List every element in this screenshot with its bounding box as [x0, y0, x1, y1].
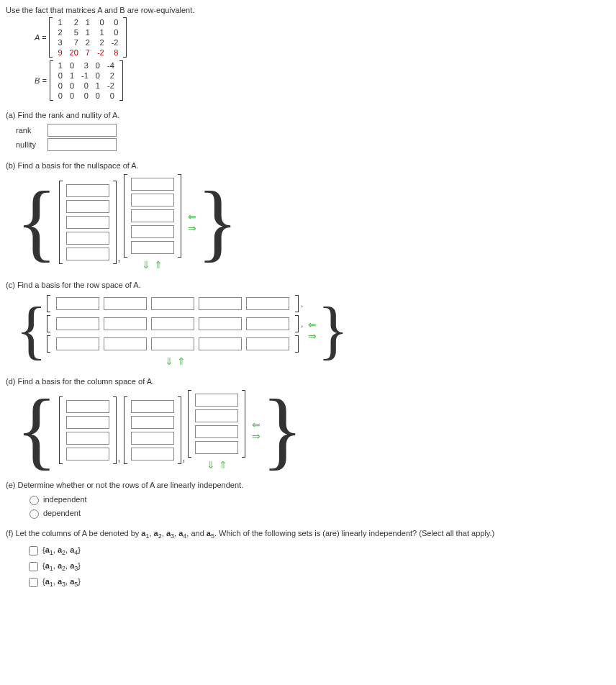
rowspace-basis-set: { , , — [16, 294, 610, 367]
c-r2-4[interactable] — [199, 317, 242, 330]
d-v2-4[interactable] — [131, 448, 174, 461]
d-v3-4[interactable] — [195, 441, 238, 454]
c-r2-1[interactable] — [56, 317, 99, 330]
f-check-1[interactable] — [29, 546, 38, 555]
part-a-question: (a) Find the rank and nullity of A. — [6, 111, 610, 119]
left-brace: { — [16, 186, 58, 258]
b-v2-1[interactable] — [131, 178, 174, 191]
e-label-independent: independent — [43, 495, 87, 504]
d-v1-1[interactable] — [66, 400, 109, 413]
b-v2-2[interactable] — [131, 194, 174, 207]
b-v2-5[interactable] — [131, 241, 174, 254]
nullity-input[interactable] — [47, 138, 117, 151]
remove-row-icon[interactable]: ⇑ — [177, 355, 186, 367]
d-v1-4[interactable] — [66, 448, 109, 461]
part-b-question: (b) Find a basis for the nullspace of A. — [6, 161, 610, 170]
f-check-2[interactable] — [29, 562, 38, 571]
c-r2-2[interactable] — [104, 317, 147, 330]
right-brace: } — [317, 301, 348, 359]
remove-col-icon[interactable]: ⇐ — [252, 419, 261, 430]
remove-row-icon[interactable]: ⇑ — [154, 259, 163, 271]
nullspace-basis-set: { , ⇓ ⇑ ⇐ ⇒ } — [16, 174, 610, 271]
colspace-basis-set: { , , ⇓ ⇑ ⇐ ⇒ } — [16, 390, 610, 471]
matrix-B: B = 1030-4 01-102 0001-2 00000 — [35, 60, 610, 101]
d-v3-3[interactable] — [195, 425, 238, 438]
remove-col-icon[interactable]: ⇐ — [308, 319, 317, 330]
b-v1-1[interactable] — [66, 184, 109, 197]
right-brace: } — [197, 186, 239, 258]
rank-label: rank — [16, 126, 47, 135]
c-r3-3[interactable] — [151, 337, 194, 350]
c-r1-5[interactable] — [246, 297, 289, 310]
right-brace: } — [261, 394, 303, 466]
c-r3-5[interactable] — [246, 337, 289, 350]
e-label-dependent: dependent — [43, 509, 81, 517]
rank-input[interactable] — [47, 124, 117, 137]
b-v2-3[interactable] — [131, 209, 174, 222]
add-row-icon[interactable]: ⇓ — [142, 259, 150, 271]
f-label-3: {a1, a3, a5} — [42, 577, 81, 588]
e-radio-dependent[interactable] — [30, 509, 39, 519]
intro-text: Use the fact that matrices A and B are r… — [6, 6, 610, 14]
part-c-question: (c) Find a basis for the row space of A. — [6, 281, 610, 289]
c-r3-2[interactable] — [104, 337, 147, 350]
b-v1-4[interactable] — [66, 232, 109, 245]
left-brace: { — [16, 394, 58, 466]
remove-row-icon[interactable]: ⇑ — [219, 459, 227, 471]
matrix-A: A = 12100 25110 3722-2 9207-28 — [35, 17, 610, 58]
f-label-2: {a1, a2, a3} — [42, 561, 81, 572]
d-v2-1[interactable] — [131, 400, 174, 413]
c-r1-1[interactable] — [56, 297, 99, 310]
add-col-icon[interactable]: ⇒ — [252, 430, 261, 442]
d-v3-2[interactable] — [195, 409, 238, 422]
left-brace: { — [16, 301, 47, 359]
c-r3-1[interactable] — [56, 337, 99, 350]
part-e-question: (e) Determine whether or not the rows of… — [6, 481, 610, 489]
part-d-question: (d) Find a basis for the column space of… — [6, 377, 610, 386]
d-v2-2[interactable] — [131, 416, 174, 429]
d-v1-2[interactable] — [66, 416, 109, 429]
add-col-icon[interactable]: ⇒ — [308, 330, 317, 342]
c-r1-4[interactable] — [199, 297, 242, 310]
e-radio-independent[interactable] — [30, 496, 39, 505]
f-check-3[interactable] — [29, 578, 38, 587]
part-f-question: (f) Let the columns of A be denoted by a… — [6, 529, 610, 540]
c-r3-4[interactable] — [199, 337, 242, 350]
nullity-label: nullity — [16, 140, 47, 149]
b-v1-3[interactable] — [66, 216, 109, 229]
d-v1-3[interactable] — [66, 432, 109, 445]
add-row-icon[interactable]: ⇓ — [207, 459, 215, 471]
b-v1-5[interactable] — [66, 248, 109, 260]
add-row-icon[interactable]: ⇓ — [165, 355, 173, 367]
b-v2-4[interactable] — [131, 225, 174, 238]
c-r1-2[interactable] — [104, 297, 147, 310]
d-v2-3[interactable] — [131, 432, 174, 445]
d-v3-1[interactable] — [195, 394, 238, 407]
c-r1-3[interactable] — [151, 297, 194, 310]
c-r2-5[interactable] — [246, 317, 289, 330]
add-col-icon[interactable]: ⇒ — [188, 222, 196, 234]
c-r2-3[interactable] — [151, 317, 194, 330]
f-label-1: {a1, a2, a4} — [42, 545, 81, 556]
b-v1-2[interactable] — [66, 200, 109, 213]
remove-col-icon[interactable]: ⇐ — [188, 211, 196, 222]
